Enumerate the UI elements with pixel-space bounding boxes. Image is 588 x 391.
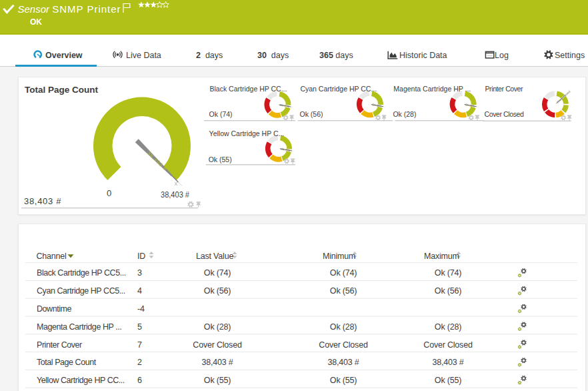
svg-text:x: x — [175, 179, 178, 187]
svg-text:38,403 #: 38,403 # — [146, 150, 169, 173]
